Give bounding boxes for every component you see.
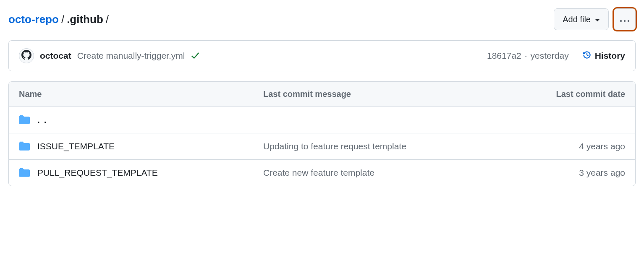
breadcrumb-separator: / bbox=[61, 13, 64, 26]
avatar[interactable] bbox=[19, 48, 34, 63]
row-message[interactable]: Updating to feature request template bbox=[263, 141, 508, 151]
svg-point-0 bbox=[620, 20, 622, 21]
history-icon bbox=[582, 50, 592, 62]
svg-point-2 bbox=[628, 20, 629, 21]
commit-card-left: octocat Create manually-trigger.yml bbox=[19, 48, 200, 63]
octocat-icon bbox=[21, 50, 31, 62]
column-header-message: Last commit message bbox=[263, 89, 508, 99]
breadcrumb-folder: .github bbox=[67, 13, 103, 26]
breadcrumb-trailing-separator: / bbox=[106, 13, 109, 26]
more-actions-button[interactable] bbox=[614, 8, 636, 30]
header-actions: Add file bbox=[554, 8, 636, 30]
column-header-name: Name bbox=[19, 89, 263, 99]
folder-icon bbox=[19, 141, 30, 152]
header-row: octo-repo / .github / Add file bbox=[8, 8, 636, 30]
row-date: 4 years ago bbox=[508, 141, 625, 151]
add-file-label: Add file bbox=[563, 15, 591, 24]
svg-point-1 bbox=[624, 20, 626, 21]
latest-commit-card: octocat Create manually-trigger.yml 1861… bbox=[8, 40, 636, 71]
commit-sep: · bbox=[525, 51, 527, 61]
parent-dir-label: . . bbox=[37, 115, 47, 125]
breadcrumb-repo-link[interactable]: octo-repo bbox=[8, 13, 59, 26]
commit-message[interactable]: Create manually-trigger.yml bbox=[77, 51, 185, 61]
parent-dir-cell: . . bbox=[19, 114, 263, 125]
file-table: Name Last commit message Last commit dat… bbox=[8, 81, 636, 186]
caret-down-icon bbox=[595, 15, 600, 24]
row-name[interactable]: PULL_REQUEST_TEMPLATE bbox=[37, 168, 158, 178]
row-name-cell: PULL_REQUEST_TEMPLATE bbox=[19, 167, 263, 178]
more-button-highlight bbox=[614, 8, 636, 30]
row-name[interactable]: ISSUE_TEMPLATE bbox=[37, 141, 115, 151]
history-label: History bbox=[595, 51, 625, 61]
add-file-button[interactable]: Add file bbox=[554, 8, 609, 30]
commit-when: yesterday bbox=[531, 51, 569, 61]
row-name-cell: ISSUE_TEMPLATE bbox=[19, 141, 263, 152]
table-row-parent[interactable]: . . bbox=[9, 107, 635, 133]
table-header: Name Last commit message Last commit dat… bbox=[9, 82, 635, 107]
folder-icon bbox=[19, 167, 30, 178]
row-message[interactable]: Create new feature template bbox=[263, 168, 508, 178]
kebab-horizontal-icon bbox=[620, 15, 630, 24]
history-link[interactable]: History bbox=[582, 50, 625, 62]
table-row[interactable]: ISSUE_TEMPLATE Updating to feature reque… bbox=[9, 133, 635, 160]
commit-card-right: 18617a2 · yesterday History bbox=[487, 50, 625, 62]
breadcrumb: octo-repo / .github / bbox=[8, 13, 109, 26]
check-icon[interactable] bbox=[191, 51, 200, 60]
folder-icon bbox=[19, 114, 30, 125]
table-row[interactable]: PULL_REQUEST_TEMPLATE Create new feature… bbox=[9, 160, 635, 186]
row-date: 3 years ago bbox=[508, 168, 625, 178]
column-header-date: Last commit date bbox=[508, 89, 625, 99]
commit-sha[interactable]: 18617a2 bbox=[487, 51, 521, 61]
commit-author[interactable]: octocat bbox=[40, 51, 71, 61]
